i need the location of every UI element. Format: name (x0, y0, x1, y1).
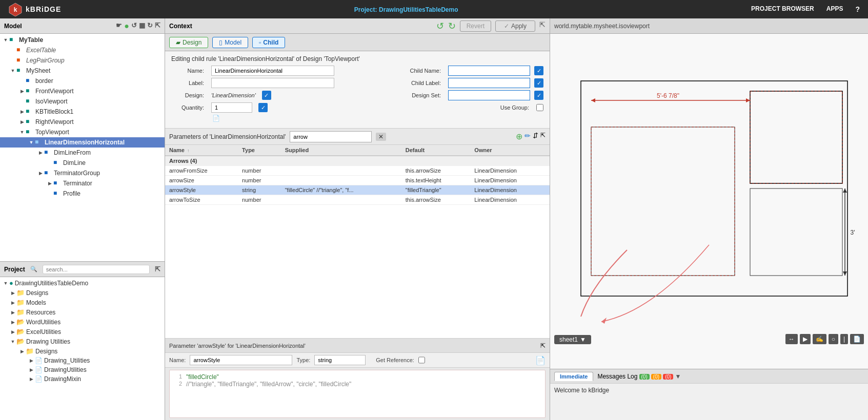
terminatorgroup-arrow[interactable]: ▶ (37, 171, 44, 176)
root-expand-arrow[interactable]: ▼ (2, 281, 9, 286)
expand-model-icon[interactable]: ⇱ (155, 22, 160, 31)
eye-icon[interactable]: ☛ (116, 22, 122, 31)
mysheet-arrow[interactable]: ▼ (9, 68, 16, 73)
tree-item-topviewport[interactable]: ▼ ■ TopViewport (0, 127, 165, 137)
undo-icon[interactable]: ↺ (131, 22, 137, 31)
child-name-check[interactable]: ✓ (534, 66, 543, 75)
proj-item-drawingmixin[interactable]: ▶ 📄 DrawingMixin (0, 374, 165, 384)
wordutils-arrow[interactable]: ▶ (9, 320, 16, 325)
editor-doc-icon[interactable]: 📄 (535, 355, 546, 365)
expand-editor-icon[interactable]: ⇱ (540, 342, 546, 349)
table-row-arrowsize[interactable]: arrowSize number this.textHeight LinearD… (165, 176, 550, 185)
sort-param-icon[interactable]: ⇵ (533, 132, 538, 141)
search-filter-icon[interactable]: 🔍 (30, 266, 37, 272)
drawingmixin-arrow[interactable]: ▶ (28, 376, 35, 382)
child-name-input[interactable] (448, 66, 530, 76)
editor-type-input[interactable] (314, 355, 366, 365)
tab-model[interactable]: ▯ Model (212, 37, 248, 48)
child-label-input[interactable] (448, 78, 530, 88)
quantity-input[interactable] (211, 102, 252, 113)
design-set-check[interactable]: ✓ (534, 91, 543, 100)
tree-item-legpairgroup[interactable]: ■ LegPairGroup (0, 55, 165, 66)
resources-arrow[interactable]: ▶ (9, 310, 16, 315)
name-input[interactable] (211, 66, 334, 76)
dimlinefrom-arrow[interactable]: ▶ (37, 150, 44, 155)
export-btn[interactable]: 📄 (850, 334, 864, 344)
tree-item-border[interactable]: ■ border (0, 76, 165, 86)
tree-item-mytable[interactable]: ▼ ■ MyTable (0, 35, 165, 45)
tree-item-profile[interactable]: ■ Profile (0, 188, 165, 199)
proj-item-designs-sub[interactable]: ▶ 📁 Designs (0, 346, 165, 356)
tree-item-lineardimhorizontal[interactable]: ▼ ■ LinearDimensionHorizontal (0, 137, 165, 148)
tree-item-exceltable[interactable]: ■ ExcelTable (0, 45, 165, 55)
sheet-button[interactable]: sheet1 ▼ (554, 335, 591, 344)
params-search-input[interactable] (290, 131, 372, 142)
tab-design[interactable]: ▰ Design (169, 37, 208, 48)
proj-item-models[interactable]: ▶ 📁 Models (0, 298, 165, 307)
table-row-arrowfromsize[interactable]: arrowFromSize number this.arrowSize Line… (165, 166, 550, 176)
apply-button[interactable]: ✓ Apply (495, 20, 535, 32)
doc-icon[interactable]: 📄 (212, 115, 220, 122)
sheet-dropdown-arrow[interactable]: ▼ (580, 336, 586, 343)
label-input[interactable] (211, 78, 334, 88)
frontviewport-arrow[interactable]: ▶ (18, 89, 26, 94)
tree-item-kbtitleblock[interactable]: ▶ ■ KBTitleBlock1 (0, 107, 165, 117)
nav-apps[interactable]: APPS (826, 5, 843, 13)
nav-project-browser[interactable]: PROJECT BROWSER (751, 5, 814, 13)
snap-btn[interactable]: ○ (829, 334, 838, 344)
topviewport-arrow[interactable]: ▼ (18, 130, 26, 135)
messages-log-tab[interactable]: Messages Log (0) (0) (0) ▼ (597, 373, 681, 380)
undo-context-icon[interactable]: ↺ (436, 20, 444, 32)
models-arrow[interactable]: ▶ (9, 300, 16, 305)
proj-item-designs[interactable]: ▶ 📁 Designs (0, 288, 165, 298)
params-search-clear[interactable]: ✕ (376, 133, 386, 141)
get-ref-checkbox[interactable] (418, 355, 425, 365)
rightviewport-arrow[interactable]: ▶ (18, 119, 26, 124)
refresh-icon[interactable]: ↻ (147, 22, 153, 31)
hand-btn[interactable]: ✍ (813, 334, 826, 344)
mytable-arrow[interactable]: ▼ (2, 37, 9, 43)
copy-icon[interactable]: ▦ (139, 22, 145, 31)
tree-item-rightviewport[interactable]: ▶ ■ RightViewport (0, 117, 165, 127)
tree-item-dimlinefrom[interactable]: ▶ ■ DimLineFrom (0, 148, 165, 158)
child-label-check[interactable]: ✓ (534, 78, 543, 88)
table-row-arrowstyle[interactable]: arrowStyle string "filledCircle" //"tria… (165, 185, 550, 195)
nav-help[interactable]: ? (855, 5, 860, 13)
designs-arrow[interactable]: ▶ (9, 290, 16, 296)
tree-item-terminatorgroup[interactable]: ▶ ■ TerminatorGroup (0, 168, 165, 178)
expand-context-icon[interactable]: ⇱ (539, 20, 546, 32)
immediate-tab[interactable]: Immediate (554, 372, 593, 381)
project-search-input[interactable] (43, 265, 150, 274)
tree-item-mysheet[interactable]: ▼ ■ MySheet (0, 66, 165, 76)
proj-item-drawing-utilities-file[interactable]: ▶ 📄 Drawing_Utilities (0, 356, 165, 365)
tree-item-frontviewport[interactable]: ▶ ■ FrontViewport (0, 86, 165, 96)
select-btn[interactable]: ▶ (800, 334, 811, 344)
lineardim-arrow[interactable]: ▼ (28, 140, 35, 145)
designs-sub-arrow[interactable]: ▶ (18, 349, 26, 354)
excelutils-arrow[interactable]: ▶ (9, 329, 16, 334)
quantity-check[interactable]: ✓ (258, 103, 268, 112)
messages-dropdown-arrow[interactable]: ▼ (675, 373, 681, 380)
proj-item-drawingutilities[interactable]: ▼ 📂 Drawing Utilities (0, 337, 165, 346)
proj-item-wordutilities[interactable]: ▶ 📂 WordUtilities (0, 317, 165, 327)
terminator-arrow[interactable]: ▶ (46, 181, 53, 186)
edit-param-icon[interactable]: ✏ (524, 132, 531, 141)
design-set-input[interactable] (448, 90, 530, 100)
use-group-checkbox[interactable] (536, 104, 543, 111)
kbtitleblock-arrow[interactable]: ▶ (18, 109, 26, 114)
proj-item-excelutilities[interactable]: ▶ 📂 ExcelUtilities (0, 327, 165, 337)
expand-params-icon[interactable]: ⇱ (540, 132, 546, 141)
tree-item-isoviewport[interactable]: ■ IsoViewport (0, 96, 165, 107)
tree-item-terminator[interactable]: ▶ ■ Terminator (0, 178, 165, 188)
expand-project-icon[interactable]: ⇱ (155, 265, 160, 273)
design-check[interactable]: ✓ (262, 91, 271, 100)
proj-item-drawingutilities-file[interactable]: ▶ 📄 DrawingUtilities (0, 365, 165, 374)
zoom-fit-btn[interactable]: ↔ (785, 334, 798, 344)
drawingutils-file-arrow[interactable]: ▶ (28, 358, 35, 363)
redo-context-icon[interactable]: ↻ (448, 20, 456, 32)
tree-item-dimline[interactable]: ■ DimLine (0, 158, 165, 168)
tab-child[interactable]: ▫ Child (252, 37, 285, 48)
param-editor-code[interactable]: 1 "filledCircle" 2 //"triangle", "filled… (169, 370, 546, 418)
proj-item-resources[interactable]: ▶ 📁 Resources (0, 307, 165, 317)
drawingutils2-arrow[interactable]: ▶ (28, 367, 35, 372)
